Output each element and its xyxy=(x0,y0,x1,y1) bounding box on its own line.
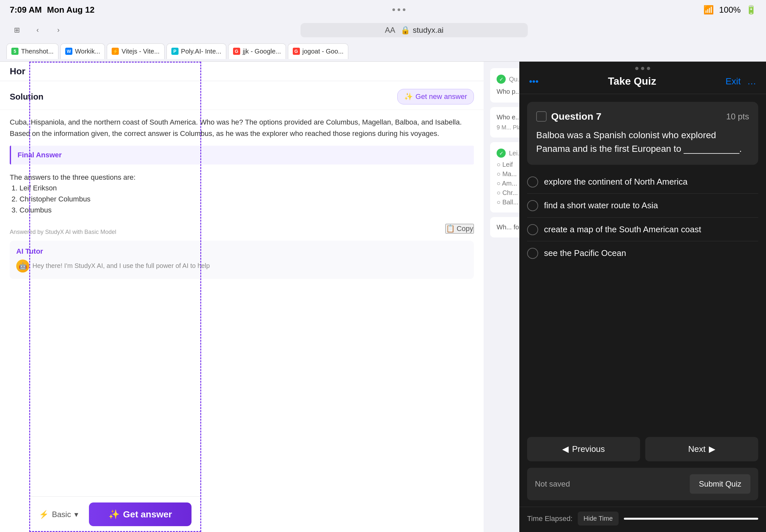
page-title: Hor xyxy=(10,66,25,77)
final-answer-box: Final Answer xyxy=(10,146,474,164)
copy-button[interactable]: 📋 Copy xyxy=(445,224,474,234)
model-selector[interactable]: ⚡ Basic ▾ xyxy=(39,510,78,519)
get-answer-button[interactable]: ✨ Get answer xyxy=(89,502,191,526)
solution-body-text: Cuba, Hispaniola, and the northern coast… xyxy=(10,116,474,139)
option-text-a: explore the continent of North America xyxy=(544,176,687,187)
lock-icon: 🔒 xyxy=(401,26,410,35)
ai-tutor-label: AI Tutor xyxy=(16,247,468,256)
tab-label-2: Workik... xyxy=(75,48,100,55)
question-text: Balboa was a Spanish colonist who explor… xyxy=(536,128,749,156)
bottom-bar: ⚡ Basic ▾ ✨ Get answer xyxy=(29,496,201,532)
radio-a[interactable] xyxy=(527,176,538,187)
exit-button[interactable]: Exit xyxy=(725,76,741,87)
dot-3 xyxy=(647,67,650,70)
tab-4[interactable]: P Poly.AI- Inte... xyxy=(166,43,226,59)
main-area: 🧊 📖 💬 ✏️ 👑 📋 🖊️ 👑 🔔 📥 Hor Solution ✨ Get… xyxy=(0,62,766,532)
question-checkbox[interactable] xyxy=(536,111,547,122)
more-icon[interactable]: ••• xyxy=(529,76,539,87)
forward-button[interactable]: › xyxy=(51,23,66,37)
previous-button[interactable]: ◀ Previous xyxy=(527,437,640,461)
tab-favicon-3: ⚡ xyxy=(112,48,119,55)
dot-1 xyxy=(635,67,638,70)
battery-display: 100% xyxy=(719,5,741,15)
answered-by-text: Answered by StudyX AI with Basic Model xyxy=(10,229,116,236)
final-answer-label: Final Answer xyxy=(18,151,62,159)
quiz-submit-area: Not saved Submit Quiz xyxy=(527,468,758,500)
answer-list: Leif Erikson Christopher Columbus Columb… xyxy=(10,184,474,214)
url-bar[interactable]: AA 🔒 studyx.ai xyxy=(300,23,528,37)
answer-item-2: Christopher Columbus xyxy=(19,195,474,203)
previous-text: Previous xyxy=(572,444,605,454)
tab-1[interactable]: 5 Thenshot... xyxy=(6,43,58,59)
lightning-icon: ⚡ xyxy=(39,510,49,519)
tab-label-1: Thenshot... xyxy=(21,48,54,55)
question-number-text: Question 7 xyxy=(551,111,602,122)
quiz-panel: ••• Take Quiz Exit … Question 7 10 pts B… xyxy=(519,62,766,532)
option-d[interactable]: see the Pacific Ocean xyxy=(527,241,758,265)
option-b[interactable]: find a short water route to Asia xyxy=(527,194,758,217)
tab-favicon-5: G xyxy=(233,48,240,55)
solution-body: Cuba, Hispaniola, and the northern coast… xyxy=(0,110,484,532)
quiz-title: Take Quiz xyxy=(608,75,656,87)
get-new-answer-button[interactable]: ✨ Get new answer xyxy=(397,89,474,104)
tab-label-3: Vitejs - Vite... xyxy=(121,48,159,55)
next-button[interactable]: Next ▶ xyxy=(645,437,758,461)
previous-arrow-icon: ◀ xyxy=(562,444,569,454)
quiz-header-right: Exit … xyxy=(725,76,756,87)
tab-favicon-4: P xyxy=(171,48,178,55)
tab-2[interactable]: W Workik... xyxy=(60,43,105,59)
time-elapsed-label: Time Elapsed: xyxy=(527,514,573,523)
not-saved-text: Not saved xyxy=(535,479,570,489)
ai-tutor-prompt: Hey there! I'm StudyX AI, and I use the … xyxy=(32,262,210,270)
answer-item-3: Columbus xyxy=(19,206,474,214)
tab-label-6: jogoat - Goo... xyxy=(302,48,344,55)
tab-3[interactable]: ⚡ Vitejs - Vite... xyxy=(107,43,164,59)
browser-nav: ⊞ ‹ › AA 🔒 studyx.ai xyxy=(0,19,766,41)
tab-favicon-2: W xyxy=(65,48,72,55)
option-text-d: see the Pacific Ocean xyxy=(544,247,626,259)
battery-icon: 🔋 xyxy=(746,5,756,15)
sidebar-toggle-button[interactable]: ⊞ xyxy=(10,23,24,37)
copy-icon: 📋 xyxy=(446,224,455,233)
sparkle-icon: ✨ xyxy=(404,92,413,101)
copy-text: Copy xyxy=(457,224,473,233)
solution-header: Solution ✨ Get new answer xyxy=(0,81,484,110)
radio-d[interactable] xyxy=(527,248,538,259)
next-arrow-icon: ▶ xyxy=(709,444,715,454)
top-center-dots xyxy=(393,8,406,11)
answer-footer: Answered by StudyX AI with Basic Model 📋… xyxy=(10,222,474,236)
tab-6[interactable]: G jogoat - Goo... xyxy=(288,43,348,59)
options-list: explore the continent of North America f… xyxy=(527,170,758,265)
time-display: 7:09 AM xyxy=(10,5,42,15)
question-meta: Question 7 10 pts xyxy=(536,111,749,122)
option-c[interactable]: create a map of the South American coast xyxy=(527,218,758,241)
question-card: Question 7 10 pts Balboa was a Spanish c… xyxy=(527,102,758,165)
option-a[interactable]: explore the continent of North America xyxy=(527,170,758,194)
quiz-header-left: ••• xyxy=(529,76,539,87)
solution-panel: Hor Solution ✨ Get new answer Cuba, Hisp… xyxy=(0,62,484,532)
option-text-c: create a map of the South American coast xyxy=(544,224,701,235)
radio-b[interactable] xyxy=(527,200,538,211)
get-answer-text: Get answer xyxy=(123,509,172,520)
ai-tutor-section: AI Tutor 🤖 Hey there! I'm StudyX AI, and… xyxy=(10,241,474,279)
status-right: 📶 100% 🔋 xyxy=(703,5,756,15)
wifi-icon: 📶 xyxy=(703,5,714,15)
date-display: Mon Aug 12 xyxy=(47,5,94,15)
time-progress-bar xyxy=(624,518,758,520)
back-button[interactable]: ‹ xyxy=(30,23,45,37)
tabs-bar: 5 Thenshot... W Workik... ⚡ Vitejs - Vit… xyxy=(0,41,766,62)
submit-quiz-button[interactable]: Submit Quiz xyxy=(690,474,750,494)
tab-label-5: jjk - Google... xyxy=(243,48,281,55)
tab-5[interactable]: G jjk - Google... xyxy=(228,43,286,59)
tab-favicon-1: 5 xyxy=(11,48,18,55)
hide-time-button[interactable]: Hide Time xyxy=(578,512,619,526)
quiz-more-icon[interactable]: … xyxy=(747,76,756,87)
radio-c[interactable] xyxy=(527,224,538,235)
time-bar: Time Elapsed: Hide Time xyxy=(519,507,766,532)
page-header: Hor xyxy=(0,62,484,81)
status-left: 7:09 AM Mon Aug 12 xyxy=(10,5,94,15)
next-text: Next xyxy=(688,444,705,454)
final-answer-intro: The answers to the three questions are: xyxy=(10,171,474,184)
quiz-header: ••• Take Quiz Exit … xyxy=(519,73,766,94)
url-text: studyx.ai xyxy=(413,26,444,35)
